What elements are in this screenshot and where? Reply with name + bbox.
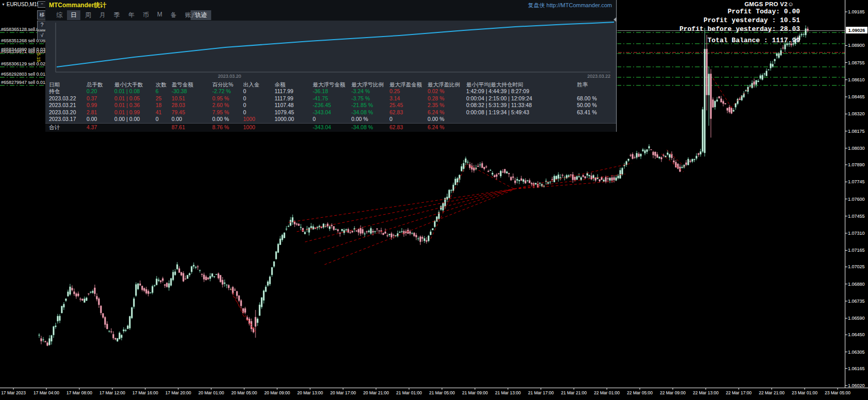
- price-tick-label: 1.08030: [848, 146, 865, 151]
- table-cell: -236.45: [309, 102, 348, 109]
- table-cell: 0.00: [168, 116, 209, 123]
- table-header-cell: 日期: [45, 81, 83, 88]
- table-cell: 6.24 %: [424, 109, 463, 116]
- panel-tab-4[interactable]: 季: [110, 10, 124, 20]
- price-tick-label: 1.07890: [848, 162, 865, 167]
- collapse-arrow-icon[interactable]: [614, 17, 617, 22]
- table-cell: 1000: [240, 124, 271, 131]
- panel-tab-6[interactable]: 币: [139, 10, 152, 20]
- time-tick-label: 20 Mar 17:00: [330, 390, 356, 395]
- time-tick-label: 21 Mar 17:00: [528, 390, 554, 395]
- table-cell: 2023.03.21: [45, 102, 83, 109]
- table-cell: -2.72 %: [209, 88, 240, 95]
- panel-tab-8[interactable]: 备: [167, 10, 180, 20]
- table-cell: 7.95 %: [209, 109, 240, 116]
- table-cell: 0.28 %: [424, 95, 463, 102]
- time-tick-label: 20 Mar 21:00: [363, 390, 389, 395]
- table-cell: 0: [240, 109, 271, 116]
- table-cell: 0: [240, 95, 271, 102]
- panel-tab-3[interactable]: 月: [96, 10, 109, 20]
- table-cell: 2.60 %: [209, 102, 240, 109]
- table-cell: 1117.99: [271, 88, 309, 95]
- table-cell: 3.14: [386, 95, 424, 102]
- price-tick-label: 1.06020: [848, 383, 865, 388]
- mt4-terminal: ▼ EURUSD,M15 − 移?√ #658365128 sell 0.08#…: [0, 0, 868, 400]
- table-cell: 87.61: [168, 124, 209, 131]
- table-cell: 0.01 | 0.05: [111, 95, 152, 102]
- panel-tab-7[interactable]: M: [154, 10, 166, 20]
- stats-total-row: 合计4.3787.618.76 %1000-343.04-34.08 %62.8…: [45, 123, 616, 132]
- panel-tab-1[interactable]: 日: [67, 10, 80, 20]
- time-tick-label: 22 Mar 01:00: [594, 390, 620, 395]
- equity-line: [57, 22, 614, 67]
- table-cell: 0:00:08 | 1:19:34 | 5:49:43: [463, 109, 573, 116]
- table-cell: -343.04: [309, 124, 348, 131]
- price-tick-label: 1.07165: [848, 248, 865, 253]
- table-cell: 79.45: [168, 109, 209, 116]
- chevron-down-icon[interactable]: ▼: [2, 3, 5, 6]
- table-header-cell: 最大浮亏比例: [348, 81, 386, 88]
- order-label: #658279947 sell 0.01: [1, 80, 45, 85]
- table-cell: 68.00 %: [573, 95, 616, 102]
- table-cell: 0: [240, 102, 271, 109]
- time-tick-label: 17 Mar 2023: [1, 390, 26, 395]
- table-cell: 0.20: [83, 88, 111, 95]
- time-tick-label: 17 Mar 04:00: [33, 390, 59, 395]
- time-tick-label: 22 Mar 21:00: [759, 390, 785, 395]
- table-cell: -343.04: [309, 109, 348, 116]
- table-cell: 0:08:32 | 5:31:39 | 11:33:48: [463, 102, 573, 109]
- table-cell: -21.85 %: [348, 102, 386, 109]
- profit-line: Profit yesterday : 10.51: [679, 16, 800, 25]
- time-tick-label: 20 Mar 01:00: [198, 390, 224, 395]
- table-header-cell: 最大浮盈比例: [424, 81, 463, 88]
- table-row: 2023.03.210.990.01 | 0.361828.032.60 %01…: [45, 102, 616, 109]
- table-cell: 2023.03.20: [45, 109, 83, 116]
- price-tick-label: 1.08175: [848, 129, 865, 134]
- table-row: 2023.03.202.810.01 | 0.994179.457.95 %01…: [45, 109, 616, 116]
- profit-line: Profit before yesterday: 28.03: [679, 25, 800, 33]
- table-header-cell: 百分比%: [209, 81, 240, 88]
- symbol-text: EURUSD,M15: [7, 2, 40, 7]
- table-cell: 0.00: [83, 116, 111, 123]
- time-tick-label: 23 Mar 05:00: [825, 390, 850, 395]
- mtcommander-stats-panel: MTCommander统计 复盘侠 http://MTCommander.com…: [45, 0, 617, 132]
- table-header-cell: 最大浮盈金额: [386, 81, 424, 88]
- table-cell: 0.00 %: [424, 116, 463, 123]
- time-tick-label: 17 Mar 08:00: [66, 390, 92, 395]
- panel-tab-2[interactable]: 周: [81, 10, 95, 20]
- time-tick-label: 22 Mar 17:00: [726, 390, 752, 395]
- table-cell: 0.00 %: [209, 116, 240, 123]
- table-cell: -34.08 %: [348, 109, 386, 116]
- panel-tab-9[interactable]: 账户: [181, 10, 201, 20]
- table-cell: 4.37: [83, 124, 111, 131]
- order-label: #658292803 sell 0.01: [1, 72, 45, 77]
- panel-tabs: 综日周月季年币M备账户: [53, 10, 202, 20]
- table-cell: [152, 124, 168, 131]
- panel-tab-5[interactable]: 年: [125, 10, 138, 20]
- table-row: 2023.03.220.370.01 | 0.052510.510.95 %01…: [45, 95, 616, 102]
- table-row: 持仓0.200.01 | 0.086-30.38-2.72 %01117.99-…: [45, 88, 616, 95]
- panel-tab-0[interactable]: 综: [53, 10, 66, 20]
- stats-table: 日期总手数最小|大手数次数盈亏金额百分比%出入金余额最大浮亏金额最大浮亏比例最大…: [45, 81, 616, 123]
- table-header-row: 日期总手数最小|大手数次数盈亏金额百分比%出入金余额最大浮亏金额最大浮亏比例最大…: [45, 81, 616, 88]
- table-cell: 0.00 | 0.00: [111, 116, 152, 123]
- table-cell: -30.38: [168, 88, 209, 95]
- table-header-cell: 最小|平均|最大持仓时间: [463, 81, 573, 88]
- price-tick-label: 1.07455: [848, 214, 865, 219]
- price-tick-label: 1.07600: [848, 197, 865, 202]
- price-tick-label: 1.06165: [848, 366, 865, 371]
- table-cell: [463, 124, 573, 131]
- table-cell: 合计: [45, 124, 83, 131]
- time-tick-label: 17 Mar 20:00: [165, 390, 191, 395]
- floating-profit-label: -5.15: [36, 51, 41, 62]
- table-cell: 41: [152, 109, 168, 116]
- table-cell: 1:42:09 | 4:44:39 | 8:27:09: [463, 88, 573, 95]
- table-cell: 0.01 | 0.36: [111, 102, 152, 109]
- table-cell: 0.01 | 0.08: [111, 88, 152, 95]
- table-cell: 0:00:04 | 2:15:00 | 12:09:24: [463, 95, 573, 102]
- time-tick-label: 20 Mar 09:00: [264, 390, 290, 395]
- price-tick-label: 1.06450: [848, 332, 865, 337]
- table-cell: 0.25: [386, 88, 424, 95]
- gmgs-info-block: GMGS PRO V2☺ Profit Today: 0.00Profit ye…: [679, 1, 800, 45]
- table-cell: 0.95 %: [209, 95, 240, 102]
